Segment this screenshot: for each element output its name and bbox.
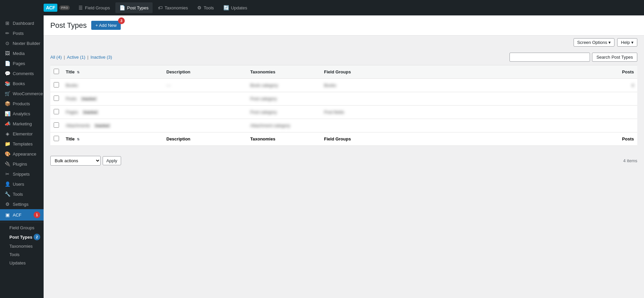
sidebar-sub-field-groups[interactable]: Field Groups [0, 224, 44, 232]
sidebar-item-tools[interactable]: 🔧 Tools [0, 189, 44, 199]
pro-badge: PRO [59, 5, 70, 10]
tf-title[interactable]: Title ⇅ [62, 132, 163, 146]
media-icon: 🖼 [5, 51, 10, 56]
sidebar-item-media[interactable]: 🖼 Media [0, 48, 44, 58]
sidebar-item-appearance[interactable]: 🎨 Appearance [0, 149, 44, 159]
post-types-table: Title ⇅ Description Taxonomies Field Gro… [50, 65, 637, 146]
row4-taxonomies: Attachment category [250, 123, 290, 128]
woocommerce-icon: 🛒 [5, 91, 10, 96]
sidebar-sub-updates[interactable]: Updates [0, 259, 44, 267]
title-sort-icon-footer: ⇅ [77, 137, 79, 141]
top-nav-tools[interactable]: ⚙ Tools [193, 2, 218, 13]
sidebar-item-snippets[interactable]: ✂ Snippets [0, 169, 44, 179]
th-description: Description [163, 65, 247, 79]
sidebar-item-products[interactable]: 📦 Products [0, 99, 44, 109]
sidebar-item-analytics[interactable]: 📊 Analytics [0, 109, 44, 119]
search-post-types-button[interactable]: Search Post Types [592, 53, 637, 62]
row2-title-cell: Posts Inactive [62, 92, 163, 106]
sidebar-item-books[interactable]: 📚 Books [0, 78, 44, 88]
search-area: Search Post Types [509, 53, 637, 62]
row4-title[interactable]: Attachments [66, 123, 90, 128]
row1-desc-cell: — [163, 79, 247, 92]
sidebar-sub-taxonomies[interactable]: Taxonomies [0, 242, 44, 250]
row1-title[interactable]: Books [66, 83, 78, 88]
apply-button[interactable]: Apply [103, 156, 121, 165]
acf-sidebar-icon: ▣ [5, 212, 10, 218]
th-posts: Posts [394, 65, 637, 79]
top-nav-updates[interactable]: 🔄 Updates [219, 2, 251, 13]
row3-title[interactable]: Pages [66, 110, 78, 115]
tf-posts: Posts [394, 132, 637, 146]
table-row: Books — Book category Books 4 [50, 79, 637, 92]
sidebar-item-templates[interactable]: 📁 Templates [0, 139, 44, 149]
sidebar-item-nexter-builder[interactable]: ⊙ Nexter Builder [0, 38, 44, 48]
filter-bar: All (4) | Active (1) | Inactive (3) Sear… [50, 49, 637, 65]
sidebar-item-posts[interactable]: ✏ Posts [0, 28, 44, 38]
sidebar-item-settings[interactable]: ⚙ Settings [0, 199, 44, 209]
top-navigation: ACF PRO ☰ Field Groups 📄 Post Types 🏷 Ta… [0, 0, 644, 15]
filter-all[interactable]: All (4) [50, 55, 62, 60]
screen-options-button[interactable]: Screen Options ▾ [574, 38, 615, 47]
templates-icon: 📁 [5, 141, 10, 146]
select-all-footer-checkbox[interactable] [54, 136, 59, 141]
products-icon: 📦 [5, 101, 10, 106]
sidebar-item-marketing[interactable]: 📣 Marketing [0, 119, 44, 129]
sidebar-sub-tools[interactable]: Tools [0, 250, 44, 259]
analytics-icon: 📊 [5, 111, 10, 116]
posts-icon: ✏ [5, 31, 10, 36]
sidebar-item-users[interactable]: 👤 Users [0, 179, 44, 189]
row3-inactive-badge: Inactive [82, 110, 99, 115]
search-input[interactable] [509, 53, 590, 62]
acf-badge-2: 2 [34, 234, 40, 240]
post-types-icon: 📄 [119, 5, 125, 10]
filter-inactive[interactable]: Inactive (3) [91, 55, 112, 60]
add-new-button[interactable]: + Add New [91, 21, 120, 30]
th-field-groups: Field Groups [321, 65, 394, 79]
title-sort-icon: ⇅ [77, 70, 79, 74]
row4-checkbox[interactable] [54, 122, 59, 128]
help-button[interactable]: Help ▾ [617, 38, 637, 47]
row3-title-cell: Pages Inactive [62, 106, 163, 119]
th-title[interactable]: Title ⇅ [62, 65, 163, 79]
row1-checkbox[interactable] [54, 82, 59, 87]
snippets-icon: ✂ [5, 171, 10, 177]
row4-posts-cell [394, 119, 637, 132]
row3-field-groups: Post fields [324, 110, 344, 115]
row4-fg-cell [321, 119, 394, 132]
sidebar-item-woocommerce[interactable]: 🛒 WooCommerce [0, 88, 44, 99]
row4-inactive-badge: Inactive [94, 123, 111, 128]
tools-sidebar-icon: 🔧 [5, 191, 10, 197]
row2-fg-cell [321, 92, 394, 106]
row3-taxonomies: Post category [250, 110, 277, 115]
filter-links: All (4) | Active (1) | Inactive (3) [50, 55, 112, 60]
row2-desc-cell [163, 92, 247, 106]
tf-field-groups: Field Groups [321, 132, 394, 146]
top-nav-field-groups[interactable]: ☰ Field Groups [74, 2, 114, 13]
select-all-checkbox[interactable] [54, 69, 59, 74]
row3-checkbox[interactable] [54, 109, 59, 114]
sidebar-item-elementor[interactable]: ◈ Elementor [0, 129, 44, 139]
sidebar-item-comments[interactable]: 💬 Comments [0, 68, 44, 78]
row3-posts-cell [394, 106, 637, 119]
row1-fg-cell: Books [321, 79, 394, 92]
filter-active[interactable]: Active (1) [67, 55, 85, 60]
sidebar: ⊞ Dashboard ✏ Posts ⊙ Nexter Builder 🖼 M… [0, 15, 44, 298]
bulk-actions-select[interactable]: Bulk actions [50, 156, 101, 166]
elementor-icon: ◈ [5, 131, 10, 136]
tf-taxonomies: Taxonomies [247, 132, 321, 146]
row3-tax-cell: Post category [247, 106, 321, 119]
row2-title[interactable]: Posts [66, 96, 77, 101]
th-taxonomies: Taxonomies [247, 65, 321, 79]
top-nav-post-types[interactable]: 📄 Post Types [115, 2, 153, 13]
sidebar-item-pages[interactable]: 📄 Pages [0, 58, 44, 68]
tools-icon: ⚙ [197, 5, 202, 10]
sidebar-sub-post-types[interactable]: Post Types 2 [0, 232, 44, 242]
sidebar-item-acf[interactable]: ▣ ACF 1 [0, 209, 44, 221]
sidebar-item-dashboard[interactable]: ⊞ Dashboard [0, 18, 44, 28]
page-header: Post Types + Add New 3 [44, 15, 644, 36]
sidebar-item-plugins[interactable]: 🔌 Plugins [0, 159, 44, 169]
users-icon: 👤 [5, 181, 10, 187]
main-layout: ⊞ Dashboard ✏ Posts ⊙ Nexter Builder 🖼 M… [0, 15, 644, 298]
row2-checkbox[interactable] [54, 96, 59, 101]
top-nav-taxonomies[interactable]: 🏷 Taxonomies [154, 2, 192, 13]
